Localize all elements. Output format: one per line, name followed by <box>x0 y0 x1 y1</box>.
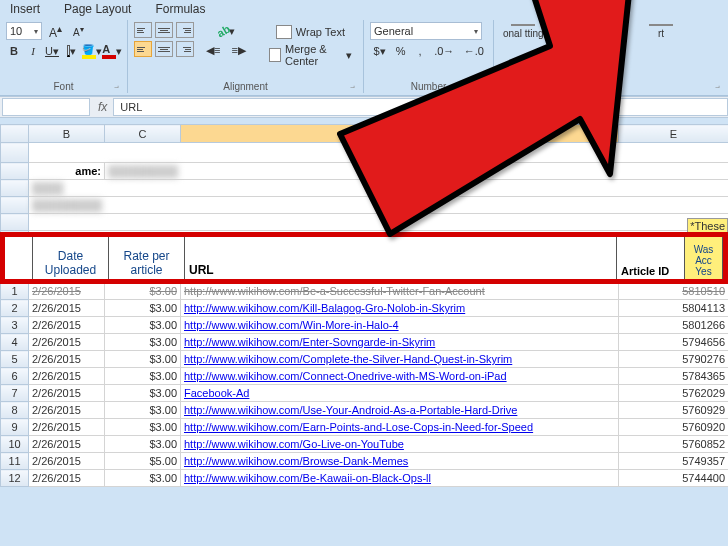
align-top-left[interactable] <box>134 22 152 38</box>
row-header[interactable]: 10 <box>1 436 29 453</box>
cell-url[interactable]: http://www.wikihow.com/Use-Your-Android-… <box>181 402 619 419</box>
cell-date[interactable]: 2/26/2015 <box>29 470 105 487</box>
row-header[interactable]: 3 <box>1 317 29 334</box>
increase-decimal-button[interactable]: .0→ <box>431 42 457 60</box>
align-bottom-left[interactable] <box>134 41 152 57</box>
table-row[interactable]: 32/26/2015$3.00http://www.wikihow.com/Wi… <box>1 317 729 334</box>
font-size-combo[interactable]: 10 <box>6 22 42 40</box>
bold-button[interactable]: B <box>6 42 22 60</box>
table-row[interactable]: 12/26/2015$3.00http://www.wikihow.com/Be… <box>1 283 729 300</box>
row-header[interactable]: 12 <box>1 470 29 487</box>
row-header[interactable]: 4 <box>1 334 29 351</box>
cell-url[interactable]: http://www.wikihow.com/Be-a-Successful-T… <box>181 283 619 300</box>
menu-insert[interactable]: Insert <box>10 2 40 18</box>
table-row[interactable]: 62/26/2015$3.00http://www.wikihow.com/Co… <box>1 368 729 385</box>
col-header-e[interactable]: E <box>619 125 729 143</box>
cell-article-id[interactable]: 5804113 <box>619 300 729 317</box>
cell-date[interactable]: 2/26/2015 <box>29 436 105 453</box>
sort-button[interactable]: rt <box>600 22 722 40</box>
format-as-table-button[interactable]: For as <box>549 22 583 40</box>
table-row[interactable]: 92/26/2015$3.00http://www.wikihow.com/Ea… <box>1 419 729 436</box>
increase-indent-button[interactable]: ≡▶ <box>227 41 249 59</box>
cell-rate[interactable]: $3.00 <box>105 334 181 351</box>
cell-article-id[interactable]: 5810510 <box>619 283 729 300</box>
cell-url[interactable]: http://www.wikihow.com/Browse-Dank-Memes <box>181 453 619 470</box>
col-header-d[interactable]: D <box>181 125 619 143</box>
orientation-button[interactable]: ab▾ <box>202 22 250 40</box>
row-header[interactable]: 1 <box>1 283 29 300</box>
align-top-center[interactable] <box>155 22 173 38</box>
col-header-b[interactable]: B <box>29 125 105 143</box>
row-header[interactable]: 6 <box>1 368 29 385</box>
cell-article-id[interactable]: 5794656 <box>619 334 729 351</box>
comma-button[interactable]: , <box>412 42 428 60</box>
cell-date[interactable]: 2/26/2015 <box>29 351 105 368</box>
table-row[interactable]: 42/26/2015$3.00http://www.wikihow.com/En… <box>1 334 729 351</box>
cell-article-id[interactable]: 5760929 <box>619 402 729 419</box>
table-row[interactable]: 122/26/2015$3.00http://www.wikihow.com/B… <box>1 470 729 487</box>
decrease-font-button[interactable]: A▾ <box>69 22 88 40</box>
cell-date[interactable]: 2/26/2015 <box>29 283 105 300</box>
percent-button[interactable]: % <box>392 42 409 60</box>
cell-article-id[interactable]: 5801266 <box>619 317 729 334</box>
cell-rate[interactable]: $3.00 <box>105 283 181 300</box>
cell-rate[interactable]: $3.00 <box>105 351 181 368</box>
cell-date[interactable]: 2/26/2015 <box>29 334 105 351</box>
cell-article-id[interactable]: 5762029 <box>619 385 729 402</box>
cell-rate[interactable]: $3.00 <box>105 419 181 436</box>
cell-rate[interactable]: $3.00 <box>105 436 181 453</box>
wrap-text-button[interactable]: Wrap Text <box>264 22 357 42</box>
cell-date[interactable]: 2/26/2015 <box>29 368 105 385</box>
fx-icon[interactable]: fx <box>92 100 113 114</box>
increase-font-button[interactable]: A▴ <box>45 22 66 40</box>
accounting-format-button[interactable]: $▾ <box>370 42 389 60</box>
cell-url[interactable]: Facebook-Ad <box>181 385 619 402</box>
cell-article-id[interactable]: 5760852 <box>619 436 729 453</box>
cell-date[interactable]: 2/26/2015 <box>29 300 105 317</box>
underline-button[interactable]: U▾ <box>44 42 60 60</box>
cell-article-id[interactable]: 5749357 <box>619 453 729 470</box>
cell-date[interactable]: 2/26/2015 <box>29 419 105 436</box>
row-header[interactable]: 8 <box>1 402 29 419</box>
table-row[interactable]: 72/26/2015$3.00Facebook-Ad5762029 <box>1 385 729 402</box>
row-header[interactable]: 5 <box>1 351 29 368</box>
cell-rate[interactable]: $3.00 <box>105 300 181 317</box>
cell-url[interactable]: http://www.wikihow.com/Enter-Sovngarde-i… <box>181 334 619 351</box>
row-header[interactable]: 7 <box>1 385 29 402</box>
menu-page-layout[interactable]: Page Layout <box>64 2 131 18</box>
cell-rate[interactable]: $5.00 <box>105 453 181 470</box>
font-color-button[interactable]: A▾ <box>103 42 121 60</box>
row-header[interactable]: 2 <box>1 300 29 317</box>
align-bottom-right[interactable] <box>176 41 194 57</box>
number-format-combo[interactable]: General <box>370 22 482 40</box>
fill-color-button[interactable]: 🪣▾ <box>83 42 101 60</box>
decrease-decimal-button[interactable]: ←.0 <box>461 42 487 60</box>
cell-article-id[interactable]: 5790276 <box>619 351 729 368</box>
cell-url[interactable]: http://www.wikihow.com/Win-More-in-Halo-… <box>181 317 619 334</box>
cell-rate[interactable]: $3.00 <box>105 470 181 487</box>
row-header[interactable]: 11 <box>1 453 29 470</box>
grid[interactable]: B C D E ame:█████████ ████ █████████ 12/… <box>0 124 728 487</box>
cell-url[interactable]: http://www.wikihow.com/Be-Kawaii-on-Blac… <box>181 470 619 487</box>
menu-formulas[interactable]: Formulas <box>155 2 205 18</box>
cell-url[interactable]: http://www.wikihow.com/Kill-Balagog-Gro-… <box>181 300 619 317</box>
conditional-formatting-button[interactable]: onal tting <box>500 22 547 40</box>
cell-url[interactable]: http://www.wikihow.com/Complete-the-Silv… <box>181 351 619 368</box>
cell-date[interactable]: 2/26/2015 <box>29 402 105 419</box>
table-row[interactable]: 22/26/2015$3.00http://www.wikihow.com/Ki… <box>1 300 729 317</box>
table-row[interactable]: 112/26/2015$5.00http://www.wikihow.com/B… <box>1 453 729 470</box>
cell-url[interactable]: http://www.wikihow.com/Connect-Onedrive-… <box>181 368 619 385</box>
merge-center-button[interactable]: Merge & Center ▾ <box>264 45 357 65</box>
cell-article-id[interactable]: 5784365 <box>619 368 729 385</box>
table-row[interactable]: 102/26/2015$3.00http://www.wikihow.com/G… <box>1 436 729 453</box>
cell-date[interactable]: 2/26/2015 <box>29 453 105 470</box>
cell-url[interactable]: http://www.wikihow.com/Earn-Points-and-L… <box>181 419 619 436</box>
decrease-indent-button[interactable]: ◀≡ <box>202 41 224 59</box>
italic-button[interactable]: I <box>25 42 41 60</box>
table-row[interactable]: 82/26/2015$3.00http://www.wikihow.com/Us… <box>1 402 729 419</box>
select-all-corner[interactable] <box>1 125 29 143</box>
name-box[interactable] <box>2 98 90 116</box>
col-header-c[interactable]: C <box>105 125 181 143</box>
formula-input[interactable]: URL <box>113 98 728 116</box>
cell-date[interactable]: 2/26/2015 <box>29 385 105 402</box>
